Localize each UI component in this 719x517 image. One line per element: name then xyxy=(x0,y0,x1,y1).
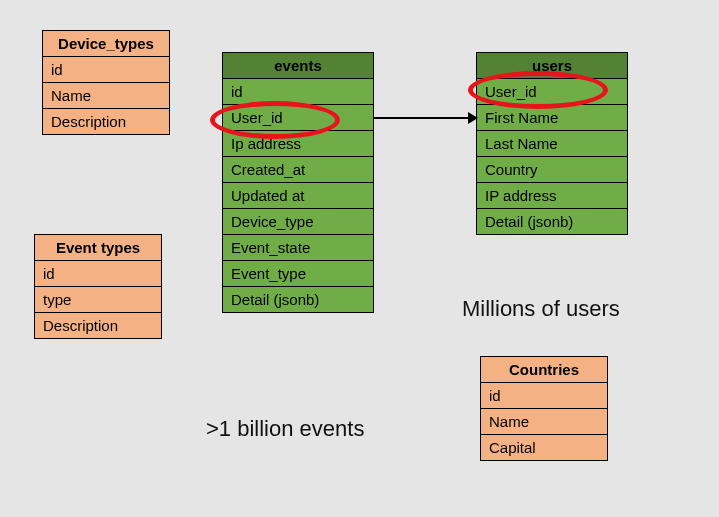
column: Description xyxy=(35,313,161,338)
column: Event_state xyxy=(223,235,373,261)
column: id xyxy=(35,261,161,287)
table-header: events xyxy=(223,53,373,79)
column: Capital xyxy=(481,435,607,460)
column: id xyxy=(481,383,607,409)
column: User_id xyxy=(223,105,373,131)
column: Event_type xyxy=(223,261,373,287)
relation-arrow-events-to-users xyxy=(374,108,478,128)
column: Country xyxy=(477,157,627,183)
column: First Name xyxy=(477,105,627,131)
column: Name xyxy=(43,83,169,109)
table-event-types: Event types id type Description xyxy=(34,234,162,339)
column: type xyxy=(35,287,161,313)
column: Updated at xyxy=(223,183,373,209)
column: Description xyxy=(43,109,169,134)
table-header: Countries xyxy=(481,357,607,383)
caption-events: >1 billion events xyxy=(206,416,364,442)
table-events: events id User_id Ip address Created_at … xyxy=(222,52,374,313)
column: Name xyxy=(481,409,607,435)
column: Last Name xyxy=(477,131,627,157)
column: Device_type xyxy=(223,209,373,235)
column: Created_at xyxy=(223,157,373,183)
table-users: users User_id First Name Last Name Count… xyxy=(476,52,628,235)
table-header: Device_types xyxy=(43,31,169,57)
column: Ip address xyxy=(223,131,373,157)
table-header: users xyxy=(477,53,627,79)
column: Detail (jsonb) xyxy=(223,287,373,312)
caption-users: Millions of users xyxy=(462,296,620,322)
column: IP address xyxy=(477,183,627,209)
column: User_id xyxy=(477,79,627,105)
table-countries: Countries id Name Capital xyxy=(480,356,608,461)
column: Detail (jsonb) xyxy=(477,209,627,234)
table-header: Event types xyxy=(35,235,161,261)
column: id xyxy=(43,57,169,83)
column: id xyxy=(223,79,373,105)
table-device-types: Device_types id Name Description xyxy=(42,30,170,135)
